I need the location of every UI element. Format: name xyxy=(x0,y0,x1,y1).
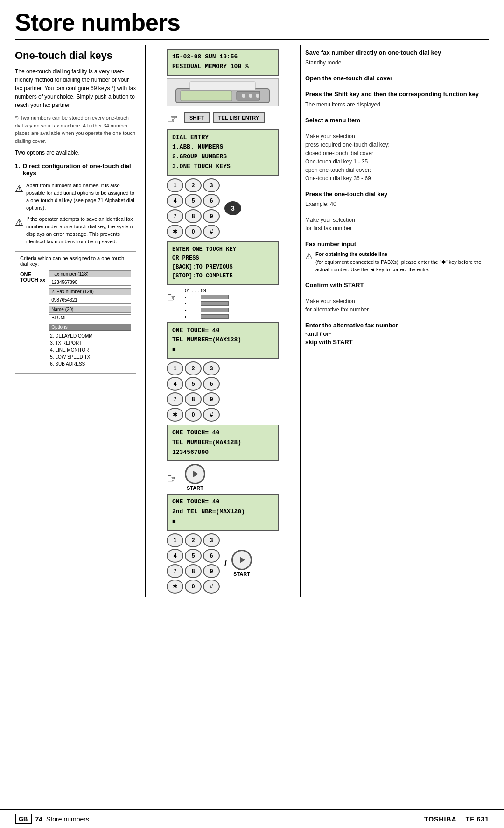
touch-keys-range: ☞ 01 . . . 69 • • • • xyxy=(167,288,279,319)
key3-hash[interactable]: # xyxy=(203,580,220,594)
keypad-row-2: 1 2 3 4 5 6 7 8 9 ✱ 0 # xyxy=(167,361,279,422)
right-step-6: Press the one-touch dial key Example: 40 xyxy=(305,190,495,208)
svg-marker-7 xyxy=(193,471,198,477)
right-column: Save fax number directly on one-touch di… xyxy=(301,45,504,597)
warning-icon-2: ⚠ xyxy=(15,217,23,228)
key3-6[interactable]: 6 xyxy=(203,549,220,563)
hand-icon-3: ☞ xyxy=(167,471,178,486)
right-step-8: Fax number input ⚠ For obtaining the out… xyxy=(305,240,495,274)
key-2[interactable]: 2 xyxy=(185,178,202,192)
section-title: One-touch dial keys xyxy=(15,50,136,62)
step5-body: Make your selection press required one-t… xyxy=(305,132,495,183)
start-button-2[interactable] xyxy=(231,550,252,570)
start-label-2: START xyxy=(233,571,250,577)
svg-rect-6 xyxy=(181,91,232,101)
middle-column: 15-03-98 SUN 19:56 RESIDUAL MEMORY 100 % xyxy=(146,45,300,597)
key-1[interactable]: 1 xyxy=(167,178,183,192)
option-3: 4. LINE MONITOR xyxy=(50,347,131,354)
key2-3[interactable]: 3 xyxy=(203,361,220,375)
right-step-1: Save fax number directly on one-touch di… xyxy=(305,49,495,67)
criteria-label: Criteria which can be assigned to a one-… xyxy=(20,255,131,267)
key3-0[interactable]: 0 xyxy=(185,580,202,594)
key2-8[interactable]: 8 xyxy=(185,392,202,406)
key2-7[interactable]: 7 xyxy=(167,392,183,406)
key-8[interactable]: 8 xyxy=(185,209,202,223)
range-text: 01 . . . 69 xyxy=(185,288,229,293)
right-step-9: Confirm with START xyxy=(305,281,495,290)
warning-text-1: Apart from numbers and names, it is also… xyxy=(26,182,136,212)
warning-body-3: (for equipment connected to PABXs), plea… xyxy=(315,259,481,273)
key3-1[interactable]: 1 xyxy=(167,533,183,547)
step1-title: Save fax number directly on one-touch di… xyxy=(305,49,495,57)
step4-title: Select a menu item xyxy=(305,116,495,125)
warning-text-2: If the operator attempts to save an iden… xyxy=(26,216,136,246)
key2-4[interactable]: 4 xyxy=(167,377,183,391)
keypad-start-row: 1 2 3 4 5 6 7 8 9 ✱ 0 # / START xyxy=(167,533,279,594)
step9-title: Confirm with START xyxy=(305,281,495,290)
key2-6[interactable]: 6 xyxy=(203,377,220,391)
footer-gb: GB xyxy=(15,814,32,824)
key-5[interactable]: 5 xyxy=(185,194,202,208)
step8-title: Fax number input xyxy=(305,240,495,248)
name-label: Name (20) xyxy=(49,306,131,313)
key3-8[interactable]: 8 xyxy=(185,564,202,578)
key-3[interactable]: 3 xyxy=(203,178,220,192)
right-step-7: Make your selection for first fax number xyxy=(305,216,495,233)
page-footer: GB 74 Store numbers TOSHIBA TF 631 xyxy=(0,809,504,828)
key2-1[interactable]: 1 xyxy=(167,361,183,375)
start-row-1: ☞ START xyxy=(167,464,279,491)
lcd-one-touch-2: ONE TOUCH= 40 TEL NUMBER=(MAX128) 123456… xyxy=(167,425,279,461)
key-star[interactable]: ✱ xyxy=(167,225,183,239)
key3-5[interactable]: 5 xyxy=(185,549,202,563)
start-label-1: START xyxy=(187,485,203,491)
left-column: One-touch dial keys The one-touch dialli… xyxy=(0,45,145,597)
right-step-4: Select a menu item xyxy=(305,116,495,125)
key2-0[interactable]: 0 xyxy=(185,408,202,422)
key3-9[interactable]: 9 xyxy=(203,564,220,578)
key2-star[interactable]: ✱ xyxy=(167,408,183,422)
key3-star[interactable]: ✱ xyxy=(167,580,183,594)
lcd-one-touch-1: ONE TOUCH= 40 TEL NUMBER=(MAX128) ■ xyxy=(167,322,279,359)
key3-2[interactable]: 2 xyxy=(185,533,202,547)
criteria-box: Criteria which can be assigned to a one-… xyxy=(15,251,136,374)
step6-title: Press the one-touch dial key xyxy=(305,190,495,198)
step3-body: The menu items are displayed. xyxy=(305,100,495,109)
footer-brand: TOSHIBA xyxy=(424,815,456,823)
footer-brand-model: TOSHIBA TF 631 xyxy=(424,815,489,823)
fax2-value: 0987654321 xyxy=(49,297,131,304)
options-label: Options xyxy=(49,324,131,331)
option-5: 6. SUB ADRESS xyxy=(50,361,131,368)
key-3-highlight[interactable]: 3 xyxy=(224,201,241,215)
numpad-3: 1 2 3 4 5 6 7 8 9 ✱ 0 # xyxy=(167,533,220,594)
start-button-1[interactable] xyxy=(185,464,205,484)
key-hash[interactable]: # xyxy=(203,225,220,239)
tel-list-key[interactable]: TEL LIST ENTRY xyxy=(213,112,265,123)
key-4[interactable]: 4 xyxy=(167,194,183,208)
svg-point-4 xyxy=(249,94,252,98)
key-9[interactable]: 9 xyxy=(203,209,220,223)
warning-icon-3: ⚠ xyxy=(305,251,313,262)
body-text-1: The one-touch dialling facility is a ver… xyxy=(15,67,136,109)
key2-hash[interactable]: # xyxy=(203,408,220,422)
key2-9[interactable]: 9 xyxy=(203,392,220,406)
step10-body: Make your selection for alternative fax … xyxy=(305,297,495,314)
fax2-label: 2. Fax number (128) xyxy=(49,288,131,295)
key3-7[interactable]: 7 xyxy=(167,564,183,578)
warning-title-3: For obtaining the outside line xyxy=(315,251,387,257)
fax1-value: 1234567890 xyxy=(49,279,131,286)
key-0[interactable]: 0 xyxy=(185,225,202,239)
key3-4[interactable]: 4 xyxy=(167,549,183,563)
warning-block-2: ⚠ If the operator attempts to save an id… xyxy=(15,216,136,246)
one-touch-label: ONE TOUCH xx xyxy=(20,271,45,283)
key-6[interactable]: 6 xyxy=(203,194,220,208)
key2-5[interactable]: 5 xyxy=(185,377,202,391)
name-value: BLUME xyxy=(49,314,131,321)
shift-key[interactable]: SHIFT xyxy=(184,112,210,123)
step2-title: Open the one-touch dial cover xyxy=(305,74,495,83)
key3-3[interactable]: 3 xyxy=(203,533,220,547)
key2-2[interactable]: 2 xyxy=(185,361,202,375)
svg-point-3 xyxy=(242,94,245,98)
key-7[interactable]: 7 xyxy=(167,209,183,223)
option-1: 2. DELAYED COMM xyxy=(50,333,131,340)
warning-block-3: ⚠ For obtaining the outside line (for eq… xyxy=(305,250,495,274)
